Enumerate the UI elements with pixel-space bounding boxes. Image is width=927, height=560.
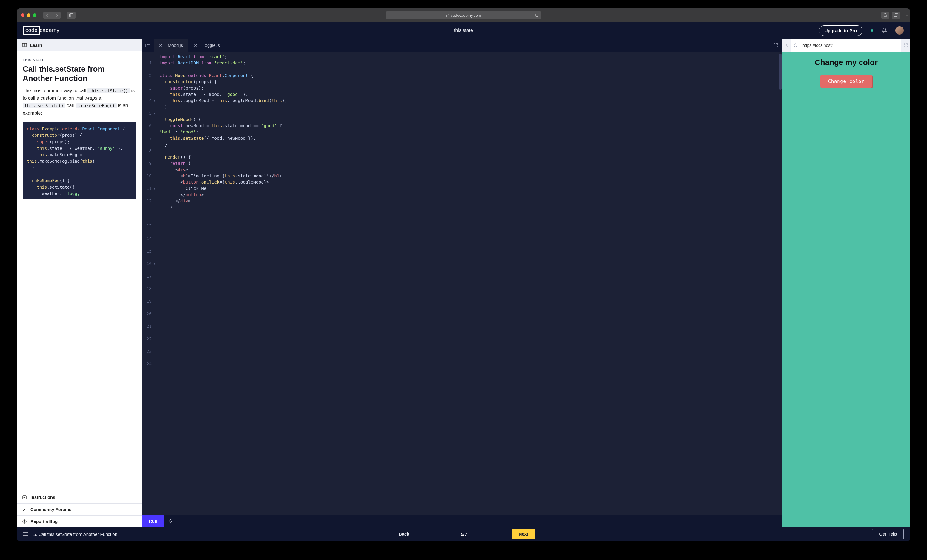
checkbox-icon [22,495,27,499]
syllabus-menu-button[interactable] [23,532,28,536]
address-domain: codecademy.com [451,13,481,18]
change-color-button[interactable]: Change color [821,75,872,88]
nav-forward-button[interactable] [52,12,61,19]
browser-window: codecademy.com + code cademy this.state … [17,8,910,541]
preview-url[interactable]: https://localhost/ [800,43,901,48]
reload-icon[interactable] [535,14,539,17]
svg-rect-5 [23,496,26,499]
window-close-button[interactable] [21,14,24,17]
tabs-button[interactable] [892,12,900,19]
tab-toggle-js[interactable]: ✕ Toggle.js [188,39,225,52]
upgrade-button[interactable]: Upgrade to Pro [819,25,863,36]
progress-indicator: 5/7 [461,532,467,537]
sidebar-toggle-button[interactable] [67,12,76,19]
svg-point-9 [24,522,25,523]
code-content[interactable]: import React from 'react'; import ReactD… [154,54,782,380]
line-gutter: 1 2 3 4▼ 5▼ 6 7 8 9 10 11▼ 12 13 14 15 1… [142,54,154,380]
lesson-footer: 5. Call this.setState from Another Funct… [17,527,910,541]
svg-rect-2 [447,15,448,17]
code-example: class Example extends React.Component { … [23,122,136,200]
back-button[interactable]: Back [392,529,416,539]
close-tab-icon[interactable]: ✕ [194,43,198,48]
svg-rect-4 [895,14,898,16]
code-editor[interactable]: 1 2 3 4▼ 5▼ 6 7 8 9 10 11▼ 12 13 14 15 1… [142,52,782,380]
avatar[interactable] [895,26,904,35]
preview-heading: Change my color [815,58,878,67]
preview-pane: https://localhost/ Change my color Chang… [782,39,910,527]
next-button[interactable]: Next [512,529,535,539]
accordion-forums[interactable]: Community Forums [17,503,142,515]
chat-icon [22,507,27,511]
reset-button[interactable] [164,514,176,527]
nav-back-button[interactable] [43,12,52,19]
book-icon [22,43,27,47]
lesson-title: this.state [454,28,473,33]
preview-expand-button[interactable] [901,39,910,52]
close-tab-icon[interactable]: ✕ [159,43,163,48]
tab-mood-js[interactable]: ✕ Mood.js [153,39,188,52]
learn-label: Learn [30,43,42,48]
preview-back-button[interactable] [782,39,791,52]
logo[interactable]: code cademy [23,26,60,35]
share-button[interactable] [881,12,889,19]
svg-rect-3 [894,14,897,17]
accordion-instructions[interactable]: Instructions [17,491,142,503]
editor-tabs: ✕ Mood.js ✕ Toggle.js [142,39,782,52]
window-controls [21,14,36,17]
lock-icon [446,14,449,17]
window-fullscreen-button[interactable] [33,14,36,17]
run-button[interactable]: Run [142,514,164,527]
file-tree-button[interactable] [142,39,153,52]
footer-crumb: 5. Call this.setState from Another Funct… [33,532,117,537]
logo-box: code [23,26,40,35]
lesson-pane: Learn THIS.STATE Call this.setState from… [17,39,142,527]
lesson-heading: Call this.setState from Another Function [23,64,136,83]
address-bar[interactable]: codecademy.com [386,11,541,20]
status-dot-icon [871,29,873,32]
lesson-eyebrow: THIS.STATE [23,58,136,62]
code-editor-pane: ✕ Mood.js ✕ Toggle.js 1 2 3 4▼ 5▼ 6 7 8 … [142,39,782,527]
lesson-accordion: Instructions Community Forums Report a B… [17,491,142,527]
nav-buttons [43,12,61,19]
help-icon [22,519,27,524]
preview-viewport: Change my color Change color [782,52,910,527]
get-help-button[interactable]: Get Help [872,529,904,539]
new-tab-button[interactable]: + [904,8,910,22]
titlebar: codecademy.com + [17,8,910,22]
preview-toolbar: https://localhost/ [782,39,910,52]
app-header: code cademy this.state Upgrade to Pro [17,22,910,39]
lesson-content: THIS.STATE Call this.setState from Anoth… [17,52,142,491]
editor-scrollbar[interactable] [779,54,781,90]
lesson-paragraph: The most common way to call this.setStat… [23,87,136,117]
run-bar: Run [142,514,782,527]
preview-refresh-button[interactable] [791,39,800,52]
svg-rect-0 [70,14,73,17]
notifications-button[interactable] [881,27,887,33]
logo-text: cademy [39,27,60,34]
window-minimize-button[interactable] [27,14,30,17]
learn-bar[interactable]: Learn [17,39,142,52]
expand-editor-button[interactable] [770,39,782,52]
accordion-report-bug[interactable]: Report a Bug [17,515,142,527]
